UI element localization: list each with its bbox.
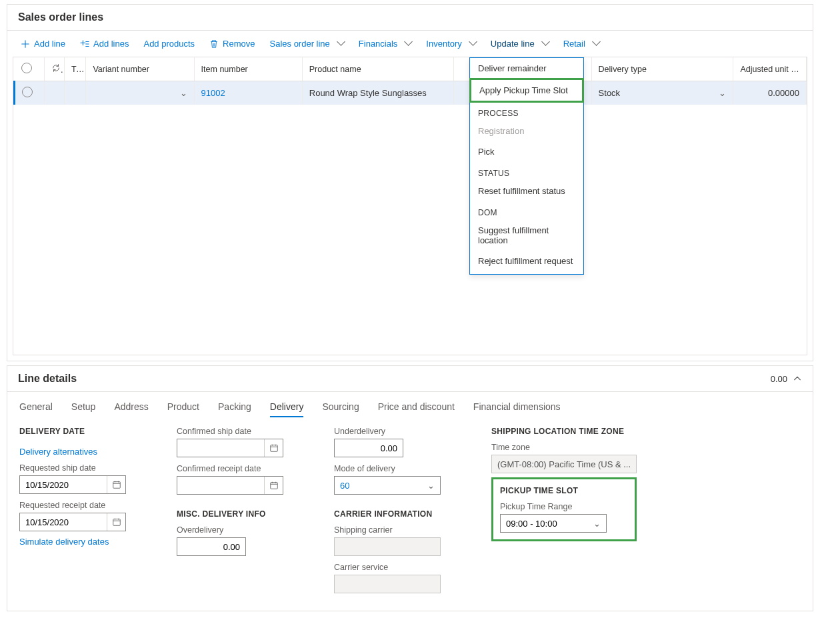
underdelivery-carrier-column: Underdelivery Mode of delivery ⌄ CARRIER… [334,427,467,593]
add-line-button[interactable]: Add line [14,35,72,53]
delivery-type-header[interactable]: Delivery type [591,57,733,81]
calendar-icon[interactable] [107,476,125,493]
svg-rect-2 [270,445,277,452]
shipping-carrier-input [334,537,441,556]
row-item-number[interactable]: 91002 [194,81,302,105]
chevron-down-icon[interactable]: ⌄ [180,88,187,98]
delivery-date-column: DELIVERY DATE Delivery alternatives Requ… [19,427,153,593]
confirmed-ship-date-label: Confirmed ship date [177,427,310,436]
calendar-icon[interactable] [107,513,125,531]
highlight-apply-pickup: Apply Pickup Time Slot [469,78,584,103]
btn-label: Update line [491,39,535,49]
calendar-icon[interactable] [264,439,283,457]
pickup-time-range-select[interactable]: ⌄ [500,514,607,533]
select-all-header[interactable] [15,57,45,81]
product-header[interactable]: Product name [302,57,453,81]
deliver-remainder-item[interactable]: Deliver remainder [470,58,583,79]
col-label: Adjusted unit ... [740,65,799,74]
variant-header[interactable]: Variant number [86,57,194,81]
tab-delivery[interactable]: Delivery [270,401,304,417]
inventory-menu[interactable]: Inventory [419,35,482,53]
overdelivery-input[interactable] [177,537,246,556]
lines-grid-wrap: Ty... Variant number Item number Product… [13,57,807,355]
underdelivery-label: Underdelivery [334,427,467,436]
btn-label: Add lines [93,39,129,49]
mode-of-delivery-label: Mode of delivery [334,464,467,473]
chevron-up-icon[interactable] [793,374,802,383]
retail-menu[interactable]: Retail [557,35,606,53]
timezone-pickup-column: SHIPPING LOCATION TIME ZONE Time zone PI… [491,427,637,593]
input-value[interactable] [335,443,403,453]
tab-financial-dimensions[interactable]: Financial dimensions [473,401,561,417]
requested-receipt-date-input[interactable] [19,513,126,531]
tab-packing[interactable]: Packing [218,401,251,417]
row-refresh [44,81,64,105]
tab-price-discount[interactable]: Price and discount [378,401,455,417]
table-row[interactable]: ⌄ 91002 Round Wrap Style Sunglasses Stoc… [15,81,807,105]
btn-label: Financials [359,39,398,49]
chevron-down-icon[interactable]: ⌄ [421,477,440,494]
svg-rect-1 [113,519,120,526]
input-value[interactable] [501,519,587,529]
plus-lines-icon [80,39,89,49]
grid-header-row: Ty... Variant number Item number Product… [15,57,807,81]
input-value[interactable] [335,481,421,491]
sales-order-line-menu[interactable]: Sales order line [263,35,351,53]
input-value[interactable] [177,481,264,491]
tab-sourcing[interactable]: Sourcing [322,401,359,417]
row-adjusted-unit: 0.00000 [733,81,807,105]
input-value[interactable] [177,443,264,453]
row-select[interactable] [15,81,45,105]
radio-icon [21,63,32,73]
row-delivery-type[interactable]: Stock⌄ [591,81,733,105]
line-details-header[interactable]: Line details 0.00 [7,366,813,392]
item-header[interactable]: Item number [194,57,302,81]
type-header[interactable]: Ty... [65,57,86,81]
cell-value: Stock [599,88,621,98]
input-value[interactable] [177,542,245,552]
pickup-time-range-label: Pickup Time Range [500,502,628,511]
more-icon[interactable]: ⋮ [800,65,806,74]
radio-icon [22,87,33,97]
row-product-name: Round Wrap Style Sunglasses [302,81,453,105]
mode-of-delivery-select[interactable]: ⌄ [334,476,441,495]
details-tabs: General Setup Address Product Packing De… [19,392,801,423]
input-value[interactable] [20,480,107,490]
refresh-header[interactable] [44,57,64,81]
chevron-down-icon[interactable]: ⌄ [719,88,726,98]
simulate-delivery-dates-link[interactable]: Simulate delivery dates [19,537,109,547]
reject-fulfillment-request-item[interactable]: Reject fulfillment request [470,251,583,271]
update-line-menu[interactable]: Update line [484,35,555,53]
apply-pickup-time-slot-item[interactable]: Apply Pickup Time Slot [471,80,582,101]
requested-ship-date-input[interactable] [19,475,126,494]
adjusted-header[interactable]: Adjusted unit ... ⋮ [733,57,807,81]
row-variant[interactable]: ⌄ [86,81,194,105]
delivery-alternatives-link[interactable]: Delivery alternatives [19,447,97,457]
input-value [335,542,440,552]
underdelivery-input[interactable] [334,439,403,457]
pick-item[interactable]: Pick [470,141,583,162]
tab-address[interactable]: Address [114,401,148,417]
trash-icon [209,39,219,49]
reset-fulfillment-status-item[interactable]: Reset fulfillment status [470,181,583,201]
tab-general[interactable]: General [19,401,53,417]
input-value[interactable] [20,517,107,527]
suggest-fulfillment-location-item[interactable]: Suggest fulfillment location [470,220,583,251]
confirmed-ship-date-input[interactable] [177,439,283,457]
add-lines-button[interactable]: Add lines [73,35,135,53]
details-value: 0.00 [771,374,787,384]
calendar-icon[interactable] [264,477,283,494]
remove-button[interactable]: Remove [203,35,261,53]
shipping-carrier-label: Shipping carrier [334,525,467,535]
svg-rect-3 [270,483,277,489]
pickup-time-slot-highlight: PICKUP TIME SLOT Pickup Time Range ⌄ [491,477,637,541]
chevron-down-icon[interactable]: ⌄ [587,515,606,532]
refresh-icon [51,63,61,73]
update-line-dropdown: Deliver remainder Apply Pickup Time Slot… [469,57,584,275]
financials-menu[interactable]: Financials [352,35,419,53]
tab-setup[interactable]: Setup [71,401,96,417]
confirmed-receipt-date-input[interactable] [177,476,283,495]
tab-product[interactable]: Product [167,401,199,417]
header-right: 0.00 [771,374,802,384]
add-products-button[interactable]: Add products [137,35,201,53]
